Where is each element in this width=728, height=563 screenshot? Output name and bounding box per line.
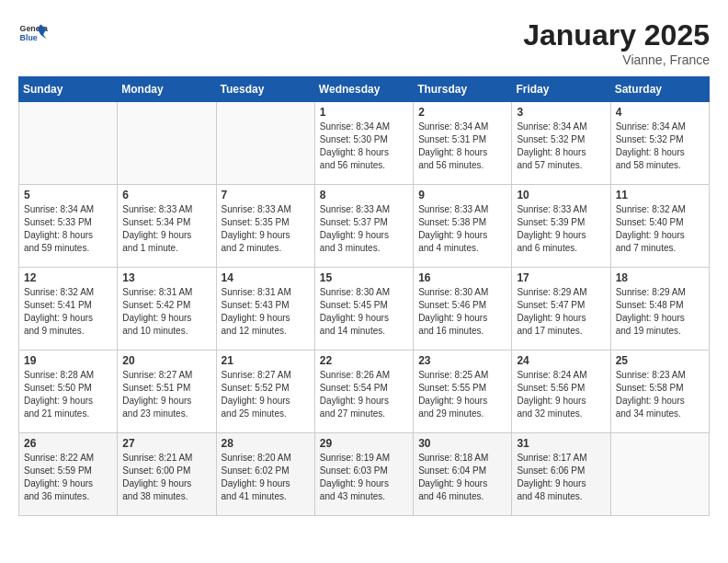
calendar-week-row: 1Sunrise: 8:34 AM Sunset: 5:30 PM Daylig… (19, 102, 710, 185)
cell-content: Sunrise: 8:34 AM Sunset: 5:32 PM Dayligh… (616, 121, 704, 172)
cell-content: Sunrise: 8:25 AM Sunset: 5:55 PM Dayligh… (418, 369, 506, 420)
cell-content: Sunrise: 8:28 AM Sunset: 5:50 PM Dayligh… (24, 369, 112, 420)
cell-content: Sunrise: 8:33 AM Sunset: 5:34 PM Dayligh… (122, 203, 210, 255)
weekday-header-cell: Thursday (414, 77, 512, 102)
calendar-cell: 2Sunrise: 8:34 AM Sunset: 5:31 PM Daylig… (414, 102, 512, 185)
day-number: 9 (418, 189, 506, 201)
calendar-week-row: 26Sunrise: 8:22 AM Sunset: 5:59 PM Dayli… (19, 433, 710, 516)
calendar-cell (118, 102, 216, 185)
day-number: 10 (517, 189, 605, 201)
calendar-body: 1Sunrise: 8:34 AM Sunset: 5:30 PM Daylig… (19, 102, 710, 516)
day-number: 12 (24, 271, 112, 284)
cell-content: Sunrise: 8:22 AM Sunset: 5:59 PM Dayligh… (24, 452, 112, 503)
calendar-cell: 24Sunrise: 8:24 AM Sunset: 5:56 PM Dayli… (512, 350, 610, 433)
calendar-cell: 16Sunrise: 8:30 AM Sunset: 5:46 PM Dayli… (414, 268, 512, 350)
calendar-cell: 30Sunrise: 8:18 AM Sunset: 6:04 PM Dayli… (414, 433, 512, 516)
weekday-header-cell: Sunday (19, 77, 118, 102)
logo-icon: General Blue (18, 18, 48, 48)
calendar-cell: 31Sunrise: 8:17 AM Sunset: 6:06 PM Dayli… (512, 433, 610, 516)
cell-content: Sunrise: 8:29 AM Sunset: 5:48 PM Dayligh… (616, 286, 704, 338)
cell-content: Sunrise: 8:19 AM Sunset: 6:03 PM Dayligh… (320, 452, 408, 503)
day-number: 11 (616, 189, 704, 201)
day-number: 4 (616, 106, 704, 119)
cell-content: Sunrise: 8:33 AM Sunset: 5:38 PM Dayligh… (418, 203, 506, 255)
calendar-cell: 11Sunrise: 8:32 AM Sunset: 5:40 PM Dayli… (610, 185, 709, 268)
day-number: 28 (222, 437, 310, 450)
month-title: January 2025 (523, 18, 710, 52)
calendar-cell: 1Sunrise: 8:34 AM Sunset: 5:30 PM Daylig… (314, 102, 413, 185)
cell-content: Sunrise: 8:34 AM Sunset: 5:32 PM Dayligh… (517, 121, 605, 172)
calendar-cell: 17Sunrise: 8:29 AM Sunset: 5:47 PM Dayli… (512, 268, 610, 350)
weekday-header-cell: Friday (512, 77, 610, 102)
calendar-cell: 6Sunrise: 8:33 AM Sunset: 5:34 PM Daylig… (118, 185, 216, 268)
cell-content: Sunrise: 8:30 AM Sunset: 5:46 PM Dayligh… (418, 286, 506, 338)
calendar-cell: 18Sunrise: 8:29 AM Sunset: 5:48 PM Dayli… (610, 268, 709, 350)
cell-content: Sunrise: 8:27 AM Sunset: 5:51 PM Dayligh… (122, 369, 210, 420)
title-block: January 2025 Vianne, France (523, 18, 710, 67)
cell-content: Sunrise: 8:32 AM Sunset: 5:40 PM Dayligh… (616, 203, 704, 255)
calendar-cell: 29Sunrise: 8:19 AM Sunset: 6:03 PM Dayli… (314, 433, 413, 516)
weekday-header-row: SundayMondayTuesdayWednesdayThursdayFrid… (19, 77, 710, 102)
day-number: 25 (616, 354, 704, 367)
day-number: 5 (24, 189, 112, 201)
day-number: 27 (122, 437, 210, 450)
day-number: 21 (222, 354, 310, 367)
calendar-cell: 20Sunrise: 8:27 AM Sunset: 5:51 PM Dayli… (118, 350, 216, 433)
day-number: 14 (222, 271, 310, 284)
cell-content: Sunrise: 8:31 AM Sunset: 5:43 PM Dayligh… (222, 286, 310, 338)
calendar-cell: 5Sunrise: 8:34 AM Sunset: 5:33 PM Daylig… (19, 185, 118, 268)
calendar-cell: 19Sunrise: 8:28 AM Sunset: 5:50 PM Dayli… (19, 350, 118, 433)
day-number: 6 (122, 189, 210, 201)
day-number: 1 (320, 106, 408, 119)
cell-content: Sunrise: 8:32 AM Sunset: 5:41 PM Dayligh… (24, 286, 112, 338)
calendar-cell: 26Sunrise: 8:22 AM Sunset: 5:59 PM Dayli… (19, 433, 118, 516)
cell-content: Sunrise: 8:33 AM Sunset: 5:35 PM Dayligh… (222, 203, 310, 255)
calendar-cell: 27Sunrise: 8:21 AM Sunset: 6:00 PM Dayli… (118, 433, 216, 516)
calendar-cell (610, 433, 709, 516)
calendar-cell: 10Sunrise: 8:33 AM Sunset: 5:39 PM Dayli… (512, 185, 610, 268)
cell-content: Sunrise: 8:26 AM Sunset: 5:54 PM Dayligh… (320, 369, 408, 420)
calendar-cell (216, 102, 314, 185)
cell-content: Sunrise: 8:27 AM Sunset: 5:52 PM Dayligh… (222, 369, 310, 420)
cell-content: Sunrise: 8:33 AM Sunset: 5:37 PM Dayligh… (320, 203, 408, 255)
cell-content: Sunrise: 8:18 AM Sunset: 6:04 PM Dayligh… (418, 452, 506, 503)
calendar-cell: 8Sunrise: 8:33 AM Sunset: 5:37 PM Daylig… (314, 185, 413, 268)
day-number: 3 (517, 106, 605, 119)
day-number: 20 (122, 354, 210, 367)
calendar-cell: 7Sunrise: 8:33 AM Sunset: 5:35 PM Daylig… (216, 185, 314, 268)
calendar-cell: 23Sunrise: 8:25 AM Sunset: 5:55 PM Dayli… (414, 350, 512, 433)
day-number: 17 (517, 271, 605, 284)
weekday-header-cell: Wednesday (314, 77, 413, 102)
calendar-cell: 14Sunrise: 8:31 AM Sunset: 5:43 PM Dayli… (216, 268, 314, 350)
calendar-cell: 3Sunrise: 8:34 AM Sunset: 5:32 PM Daylig… (512, 102, 610, 185)
calendar-cell: 13Sunrise: 8:31 AM Sunset: 5:42 PM Dayli… (118, 268, 216, 350)
calendar-table: SundayMondayTuesdayWednesdayThursdayFrid… (18, 76, 710, 516)
day-number: 23 (418, 354, 506, 367)
cell-content: Sunrise: 8:34 AM Sunset: 5:31 PM Dayligh… (418, 121, 506, 172)
location: Vianne, France (523, 52, 710, 67)
day-number: 22 (320, 354, 408, 367)
calendar-cell: 25Sunrise: 8:23 AM Sunset: 5:58 PM Dayli… (610, 350, 709, 433)
day-number: 19 (24, 354, 112, 367)
cell-content: Sunrise: 8:31 AM Sunset: 5:42 PM Dayligh… (122, 286, 210, 338)
cell-content: Sunrise: 8:34 AM Sunset: 5:30 PM Dayligh… (320, 121, 408, 172)
day-number: 8 (320, 189, 408, 201)
day-number: 13 (122, 271, 210, 284)
weekday-header-cell: Saturday (610, 77, 709, 102)
cell-content: Sunrise: 8:34 AM Sunset: 5:33 PM Dayligh… (24, 203, 112, 255)
day-number: 29 (320, 437, 408, 450)
calendar-cell: 21Sunrise: 8:27 AM Sunset: 5:52 PM Dayli… (216, 350, 314, 433)
cell-content: Sunrise: 8:29 AM Sunset: 5:47 PM Dayligh… (517, 286, 605, 338)
day-number: 2 (418, 106, 506, 119)
calendar-cell: 4Sunrise: 8:34 AM Sunset: 5:32 PM Daylig… (610, 102, 709, 185)
day-number: 16 (418, 271, 506, 284)
cell-content: Sunrise: 8:30 AM Sunset: 5:45 PM Dayligh… (320, 286, 408, 338)
calendar-cell: 12Sunrise: 8:32 AM Sunset: 5:41 PM Dayli… (19, 268, 118, 350)
day-number: 26 (24, 437, 112, 450)
calendar-cell: 15Sunrise: 8:30 AM Sunset: 5:45 PM Dayli… (314, 268, 413, 350)
day-number: 31 (517, 437, 605, 450)
calendar-cell: 9Sunrise: 8:33 AM Sunset: 5:38 PM Daylig… (414, 185, 512, 268)
calendar-cell (19, 102, 118, 185)
calendar-week-row: 19Sunrise: 8:28 AM Sunset: 5:50 PM Dayli… (19, 350, 710, 433)
cell-content: Sunrise: 8:20 AM Sunset: 6:02 PM Dayligh… (222, 452, 310, 503)
